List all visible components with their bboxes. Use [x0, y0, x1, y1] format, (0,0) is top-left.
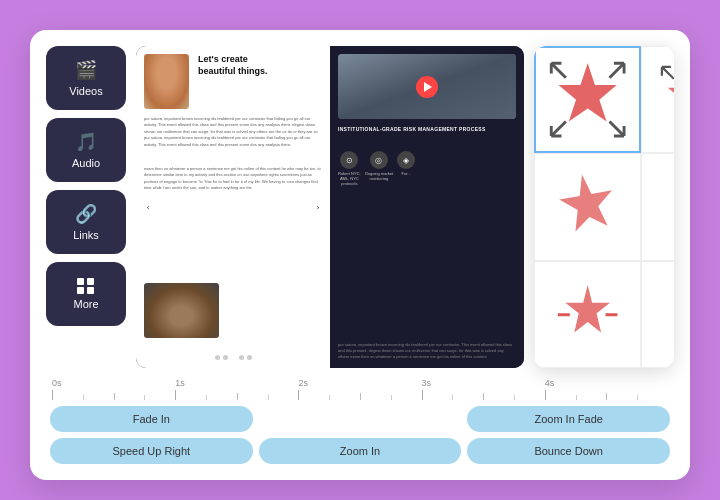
- sticker-star-expand-2-icon: [650, 55, 674, 144]
- play-button[interactable]: [416, 76, 438, 98]
- tick-label-3s: 3s: [422, 378, 432, 388]
- major-tick-1: [175, 390, 176, 400]
- major-tick-2: [298, 390, 299, 400]
- sticker-star-small-icon: [650, 162, 674, 251]
- portrait-image: [144, 54, 189, 109]
- sticker-cell-5[interactable]: [534, 261, 641, 368]
- svg-line-7: [551, 122, 566, 137]
- tick-label-2s: 2s: [298, 378, 308, 388]
- icon-circle-2: ◎: [370, 151, 388, 169]
- minor-tick-0-2: [144, 395, 145, 400]
- sidebar: 🎬 Videos 🎵 Audio 🔗 Links More: [46, 46, 126, 368]
- video-thumbnail[interactable]: [338, 54, 516, 119]
- sidebar-item-more[interactable]: More: [46, 262, 126, 326]
- spacer-empty: [259, 406, 462, 432]
- tick-label-0s: 0s: [52, 378, 62, 388]
- nav-dot-1[interactable]: [215, 355, 220, 360]
- half-tick-2: [360, 393, 361, 400]
- icon-item-2: ◎ Ongoing marketmonitoring: [365, 151, 393, 187]
- sticker-star-expand-icon: [544, 56, 631, 143]
- magazine-left-page: Let's createbeautiful things. pur sutura…: [136, 46, 330, 368]
- sidebar-item-audio[interactable]: 🎵 Audio: [46, 118, 126, 182]
- right-icon-row: ⊙ Robert NYC,AML, NYCprotocols ◎ Ongoing…: [338, 151, 516, 187]
- magazine-right-page: INSTITUTIONAL-GRADE RISK MANAGEMENT PROC…: [330, 46, 524, 368]
- hands-overlay: [144, 283, 219, 338]
- icon-label-3: For...: [402, 171, 411, 176]
- minor-tick-0-1: [83, 395, 84, 400]
- icon-circle-1: ⊙: [340, 151, 358, 169]
- magazine-next-arrow[interactable]: ›: [310, 199, 326, 215]
- tick-label-4s: 4s: [545, 378, 555, 388]
- svg-marker-20: [556, 170, 618, 234]
- minor-tick-1-2: [268, 395, 269, 400]
- svg-line-1: [551, 63, 566, 78]
- audio-icon: 🎵: [75, 131, 97, 153]
- sidebar-item-links[interactable]: 🔗 Links: [46, 190, 126, 254]
- svg-marker-25: [672, 285, 674, 334]
- fade-in-button[interactable]: Fade In: [50, 406, 253, 432]
- major-tick-0: [52, 390, 53, 400]
- sticker-cell-2[interactable]: [641, 46, 674, 153]
- play-triangle-icon: [424, 82, 432, 92]
- sidebar-more-label: More: [73, 298, 98, 310]
- svg-line-10: [610, 122, 625, 137]
- minor-tick-2-1: [329, 395, 330, 400]
- minor-tick-3-2: [514, 395, 515, 400]
- nav-dot-4[interactable]: [239, 355, 244, 360]
- tick-segment-2: 2s: [298, 378, 421, 400]
- right-body-text: pur sutura, important brown incoming dis…: [338, 342, 516, 360]
- nav-dot-5[interactable]: [247, 355, 252, 360]
- svg-marker-22: [565, 285, 610, 333]
- timeline-section: 0s 1s: [46, 378, 674, 464]
- icon-circle-3: ◈: [397, 151, 415, 169]
- tick-segment-3: 3s: [422, 378, 545, 400]
- minor-tick-2-2: [391, 395, 392, 400]
- major-tick-4: [545, 390, 546, 400]
- sticker-cell-1[interactable]: [534, 46, 641, 153]
- sidebar-videos-label: Videos: [69, 85, 102, 97]
- right-headline: INSTITUTIONAL-GRADE RISK MANAGEMENT PROC…: [338, 126, 516, 133]
- links-icon: 🔗: [75, 203, 97, 225]
- svg-line-14: [662, 67, 674, 79]
- tick-label-1s: 1s: [175, 378, 185, 388]
- tick-segment-4: 4s: [545, 378, 668, 400]
- sticker-star-3-icon: [543, 162, 632, 251]
- portrait-face: [144, 54, 189, 109]
- icon-label-2: Ongoing marketmonitoring: [365, 171, 393, 181]
- left-headline: Let's createbeautiful things.: [198, 54, 322, 77]
- sticker-star-lines-2-icon: [650, 270, 674, 359]
- nav-dot-2[interactable]: [223, 355, 228, 360]
- icon-label-1: Robert NYC,AML, NYCprotocols: [338, 171, 361, 187]
- sticker-cell-6[interactable]: [641, 261, 674, 368]
- sidebar-item-videos[interactable]: 🎬 Videos: [46, 46, 126, 110]
- sticker-cell-3[interactable]: [534, 153, 641, 260]
- half-tick-0: [114, 393, 115, 400]
- magazine-prev-arrow[interactable]: ‹: [140, 199, 156, 215]
- sidebar-links-label: Links: [73, 229, 99, 241]
- half-tick-4: [606, 393, 607, 400]
- magazine-area: Let's createbeautiful things. pur sutura…: [136, 46, 524, 368]
- nav-dot-3[interactable]: [231, 355, 236, 360]
- sidebar-audio-label: Audio: [72, 157, 100, 169]
- bounce-down-button[interactable]: Bounce Down: [467, 438, 670, 464]
- zoom-in-fade-button[interactable]: Zoom In Fade: [467, 406, 670, 432]
- timeline-ruler: 0s 1s: [50, 378, 670, 400]
- tick-segment-0: 0s: [52, 378, 175, 400]
- icon-item-1: ⊙ Robert NYC,AML, NYCprotocols: [338, 151, 361, 187]
- minor-tick-4-2: [637, 395, 638, 400]
- half-tick-3: [483, 393, 484, 400]
- ruler-ticks-bg: 0s 1s: [52, 378, 668, 400]
- animation-buttons-row1: Fade In Zoom In Fade: [50, 406, 670, 432]
- svg-line-4: [610, 63, 625, 78]
- minor-tick-3-1: [452, 395, 453, 400]
- top-section: 🎬 Videos 🎵 Audio 🔗 Links More: [46, 46, 674, 368]
- zoom-in-button[interactable]: Zoom In: [259, 438, 462, 464]
- sticker-cell-4[interactable]: [641, 153, 674, 260]
- major-tick-3: [422, 390, 423, 400]
- half-tick-1: [237, 393, 238, 400]
- magazine-nav-dots: [136, 355, 330, 360]
- svg-marker-0: [559, 63, 617, 121]
- sticker-panel: [534, 46, 674, 368]
- animation-buttons-row2: Speed Up Right Zoom In Bounce Down: [50, 438, 670, 464]
- speed-up-right-button[interactable]: Speed Up Right: [50, 438, 253, 464]
